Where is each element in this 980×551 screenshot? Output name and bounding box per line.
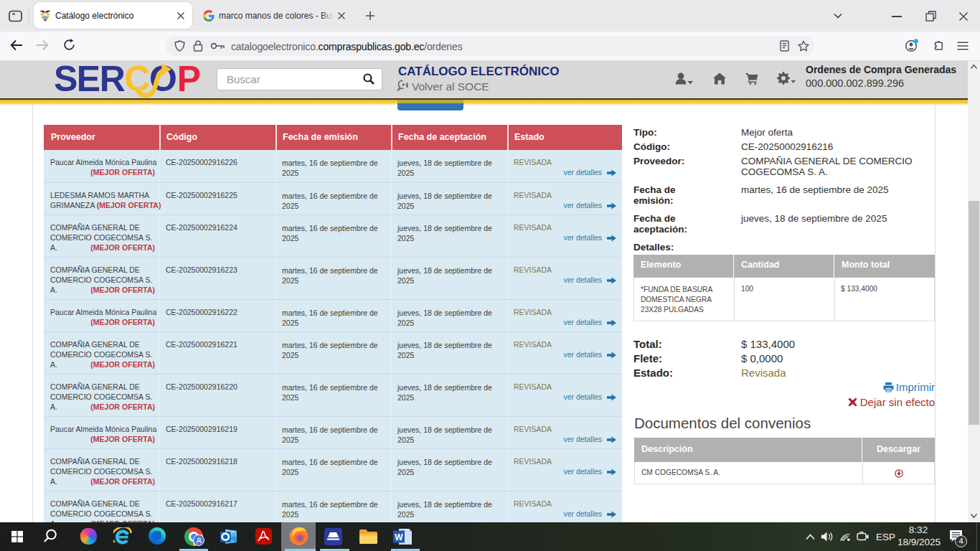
svg-text:W: W bbox=[395, 532, 403, 542]
